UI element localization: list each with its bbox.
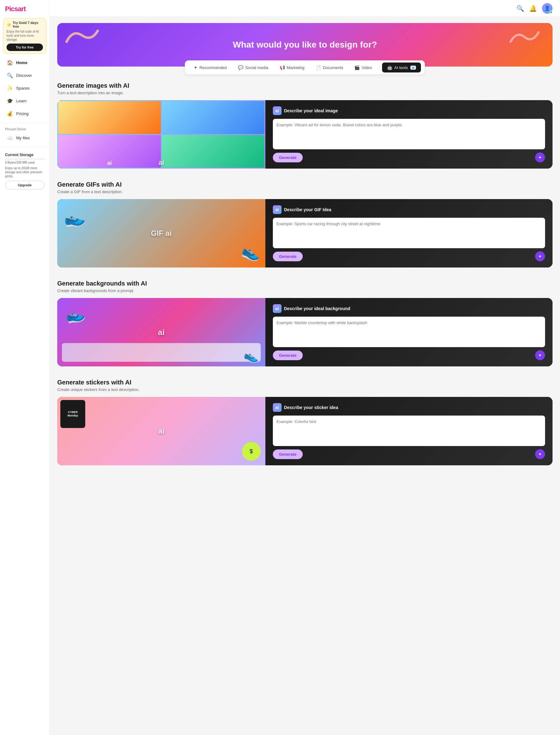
sidebar-item-label: Home (16, 60, 27, 65)
deco-wave-right (509, 29, 540, 45)
dollar-sticker: $ (242, 442, 261, 461)
tab-ai-tools[interactable]: 🤖 AI tools ai (382, 63, 421, 73)
bell-icon[interactable]: 🔔 (529, 5, 537, 12)
magic-icon[interactable]: ✦ (535, 152, 545, 162)
section-generate-images: Generate images with AI Turn a text desc… (57, 82, 553, 169)
sticker-watermark: ai (158, 427, 164, 435)
background-prompt-input[interactable] (273, 317, 545, 347)
card-ai-icon: ai (273, 106, 282, 115)
recommended-icon: ✦ (194, 65, 198, 70)
cyber-monday-sticker: CYBERMonday (60, 400, 85, 428)
generate-gifs-button[interactable]: Generate (273, 252, 303, 261)
avatar[interactable]: 👤 (542, 3, 553, 14)
storage-section: Current Storage 0 Bytes/100 MB used Enjo… (0, 150, 49, 193)
card-right-gifs: ai Describe your GIF Idea Generate ✦ (265, 199, 553, 268)
generate-stickers-button[interactable]: Generate (273, 449, 303, 459)
ai-card-backgrounds: 👟 👟 ai ai Describe your ideal background… (57, 298, 553, 367)
section-subtitle-images: Turn a text description into an image. (57, 91, 553, 95)
tab-video[interactable]: 🎬 Video (349, 63, 377, 73)
tab-marketing[interactable]: 📢 Marketing (275, 63, 310, 73)
section-title-backgrounds: Generate backgrounds with AI (57, 280, 553, 287)
section-subtitle-gifs: Create a GIF from a text description. (57, 190, 553, 194)
hero-title: What would you like to design for? (233, 40, 377, 50)
card-preview-stickers: CYBERMonday $ ai (57, 397, 265, 465)
generate-images-button[interactable]: Generate (273, 153, 303, 162)
sidebar-item-spaces[interactable]: ✨ Spaces (2, 82, 48, 94)
preview-cell-3: ai (58, 135, 161, 168)
sticker-prompt-input[interactable] (273, 415, 545, 446)
online-indicator (549, 11, 553, 14)
preview-cell-2 (162, 101, 264, 134)
image-preview-grid: ai (57, 100, 265, 169)
generate-backgrounds-button[interactable]: Generate (273, 351, 303, 360)
spaces-icon: ✨ (7, 85, 13, 91)
sidebar-item-learn[interactable]: 🎓 Learn (2, 95, 48, 107)
card-label-text-sticker: Describe your sticker idea (284, 405, 338, 410)
brand-logo: Picsart (0, 0, 49, 16)
sidebar-item-my-files[interactable]: ☁️ My files (2, 132, 48, 144)
gif-watermark: GIF ai (151, 229, 172, 238)
learn-icon: 🎓 (7, 98, 13, 104)
sidebar: Picsart ⭐ Try Gold 7 days free Enjoy the… (0, 0, 50, 735)
storage-used: 0 Bytes/100 MB used (5, 161, 44, 164)
discover-icon: 🔍 (7, 73, 13, 78)
magic-icon-sticker[interactable]: ✦ (535, 449, 545, 459)
ai-watermark: ai (158, 159, 164, 167)
section-generate-stickers: Generate stickers with AI Create unique … (57, 379, 553, 465)
card-label-text-bg: Describe your ideal background (284, 306, 350, 311)
magic-icon-gif[interactable]: ✦ (535, 251, 545, 261)
shoe-icon-2: 👟 (240, 242, 262, 263)
card-label-gifs: ai Describe your GIF Idea (273, 205, 545, 214)
cloud-icon: ☁️ (7, 135, 13, 141)
ai-tools-icon: 🤖 (387, 65, 392, 70)
magic-icon-bg[interactable]: ✦ (535, 350, 545, 360)
gold-banner-title: ⭐ Try Gold 7 days free (7, 21, 43, 28)
tab-social-media[interactable]: 💬 Social media (233, 63, 273, 73)
card-preview-images: ai ai (57, 100, 265, 169)
deco-wave-left (63, 26, 101, 45)
shoe-bg-1: 👟 (63, 303, 87, 327)
card-label-backgrounds: ai Describe your ideal background (273, 304, 545, 313)
image-prompt-input[interactable] (273, 119, 545, 149)
section-title-stickers: Generate stickers with AI (57, 379, 553, 386)
card-label-stickers: ai Describe your sticker idea (273, 403, 545, 412)
shoe-bg-2: 👟 (243, 348, 260, 364)
card-label-text: Describe your ideal image (284, 108, 338, 113)
pricing-icon: 💰 (7, 111, 13, 117)
card-footer-backgrounds: Generate ✦ (273, 350, 545, 360)
sidebar-item-label: Spaces (16, 86, 30, 91)
bg-preview-bg: 👟 👟 ai (57, 298, 265, 367)
sidebar-item-home[interactable]: 🏠 Home (2, 57, 48, 69)
gif-preview-bg: 👟 👟 GIF ai (57, 199, 265, 268)
search-icon[interactable]: 🔍 (516, 5, 524, 12)
section-title-gifs: Generate GIFs with AI (57, 181, 553, 188)
card-preview-backgrounds: 👟 👟 ai (57, 298, 265, 367)
card-right-stickers: ai Describe your sticker idea Generate ✦ (265, 397, 553, 465)
main-content: 🔍 🔔 👤 What would you like to design for? (50, 0, 560, 735)
content-area: What would you like to design for? ✦ Rec… (50, 17, 560, 490)
card-ai-icon-gif: ai (273, 205, 282, 214)
card-right-backgrounds: ai Describe your ideal background Genera… (265, 298, 553, 367)
upgrade-button[interactable]: Upgrade (5, 181, 44, 190)
sidebar-item-discover[interactable]: 🔍 Discover (2, 69, 48, 82)
sidebar-item-label: Learn (16, 99, 26, 103)
sidebar-item-pricing[interactable]: 💰 Pricing (2, 108, 48, 120)
storage-title: Current Storage (5, 153, 44, 157)
topbar: 🔍 🔔 👤 (50, 0, 560, 17)
video-icon: 🎬 (354, 65, 360, 70)
section-subtitle-stickers: Create unique stickers from a text descr… (57, 387, 553, 392)
preview-cell-4 (162, 135, 264, 168)
documents-icon: 📄 (316, 65, 321, 70)
try-gold-button[interactable]: Try for free (7, 44, 43, 51)
sidebar-item-label: Discover (16, 73, 32, 78)
bg-surface (62, 343, 261, 362)
card-footer-stickers: Generate ✦ (273, 449, 545, 459)
card-preview-gifs: 👟 👟 GIF ai (57, 199, 265, 268)
storage-desc: Enjoy up to 20GB more storage and other … (5, 166, 44, 178)
gif-prompt-input[interactable] (273, 218, 545, 248)
sidebar-item-label: My files (16, 136, 30, 140)
tab-recommended[interactable]: ✦ Recommended (189, 63, 232, 73)
ai-card-images: ai ai ai Describe your ideal image Gener… (57, 100, 553, 169)
card-ai-icon-bg: ai (273, 304, 282, 313)
tab-documents[interactable]: 📄 Documents (311, 63, 348, 73)
